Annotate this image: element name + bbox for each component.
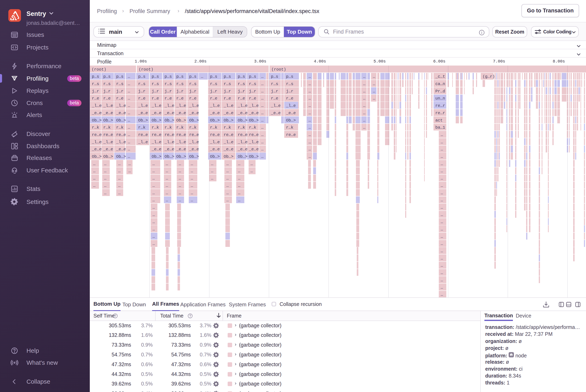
svg-text:r…e: r…e xyxy=(116,96,123,101)
svg-text:r…e: r…e xyxy=(249,96,256,101)
svg-text:…: … xyxy=(441,292,443,297)
svg-text:…: … xyxy=(441,285,443,290)
svg-text:…: … xyxy=(441,256,443,261)
svg-text:_l…e: _l…e xyxy=(238,104,248,108)
svg-text:p…s: p…s xyxy=(165,74,172,79)
svg-text:…: … xyxy=(441,147,443,152)
svg-text:_e…e: _e…e xyxy=(210,111,220,116)
svg-text:j…r: j…r xyxy=(224,89,231,94)
svg-text:Ob…>: Ob…> xyxy=(152,154,162,159)
svg-text:…: … xyxy=(191,198,193,202)
svg-text:_e…e: _e…e xyxy=(223,111,233,116)
svg-text:Ob…>: Ob…> xyxy=(238,118,248,123)
svg-text:_l…e: _l…e xyxy=(103,104,113,108)
svg-text:j…r: j…r xyxy=(165,89,172,94)
svg-text:…: … xyxy=(308,89,311,94)
svg-text:…: … xyxy=(441,263,443,268)
svg-text:_e…e: _e…e xyxy=(164,147,174,152)
svg-text:…: … xyxy=(191,191,193,196)
svg-text:…: … xyxy=(128,118,130,123)
svg-text:Ob…>: Ob…> xyxy=(92,154,102,159)
svg-text:…: … xyxy=(261,96,263,101)
svg-text:r…s: r…s xyxy=(249,82,256,86)
svg-text:re…e: re…e xyxy=(176,132,186,137)
svg-text:r…e: r…e xyxy=(286,96,293,101)
svg-text:j…r: j…r xyxy=(249,89,256,94)
svg-text:…: … xyxy=(93,184,96,188)
svg-text:…: … xyxy=(128,74,130,79)
svg-text:j…r: j…r xyxy=(271,89,278,94)
svg-text:…: … xyxy=(363,118,365,123)
svg-text:…: … xyxy=(261,140,263,144)
svg-text:…: … xyxy=(201,74,203,79)
svg-text:…: … xyxy=(152,162,155,166)
svg-text:…: … xyxy=(179,162,181,166)
svg-text:r…e: r…e xyxy=(138,96,145,101)
svg-text:…: … xyxy=(153,234,155,239)
svg-text:_l…e: _l…e xyxy=(116,104,126,108)
svg-text:p…s: p…s xyxy=(238,74,245,79)
svg-text:…: … xyxy=(441,176,443,181)
svg-text:…: … xyxy=(128,111,130,116)
svg-text:ca…n: ca…n xyxy=(435,82,445,86)
svg-text:…: … xyxy=(441,140,443,144)
svg-text:re…r: re…r xyxy=(435,104,445,108)
svg-text:p…s: p…s xyxy=(271,74,278,79)
svg-text:…: … xyxy=(308,147,311,152)
svg-text:…: … xyxy=(93,162,96,166)
svg-text:…: … xyxy=(153,242,155,246)
svg-text:_e…e: _e…e xyxy=(249,111,259,116)
svg-text:…: … xyxy=(441,198,443,202)
svg-text:…: … xyxy=(152,191,155,196)
svg-text:…: … xyxy=(211,169,213,174)
svg-text:_e…e: _e…e xyxy=(249,147,259,152)
svg-text:Ob…>: Ob…> xyxy=(210,118,220,123)
svg-text:…: … xyxy=(226,198,229,202)
svg-text:p…s: p…s xyxy=(116,74,123,79)
svg-text:…: … xyxy=(179,176,181,181)
svg-text:…: … xyxy=(261,89,263,94)
svg-text:r…k: r…k xyxy=(176,125,184,130)
svg-text:_e…e: _e…e xyxy=(238,147,248,152)
svg-text:_l…e: _l…e xyxy=(286,104,296,108)
svg-text:r…k: r…k xyxy=(103,125,111,130)
svg-text:j…r: j…r xyxy=(286,89,293,94)
svg-text:_e…e: _e…e xyxy=(103,147,113,152)
svg-text:j…r: j…r xyxy=(189,89,197,94)
svg-text:…: … xyxy=(441,154,443,159)
svg-text:…: … xyxy=(104,184,107,188)
svg-text:r…s: r…s xyxy=(92,82,99,86)
svg-text:re…e: re…e xyxy=(189,132,199,137)
svg-text:Ob…>: Ob…> xyxy=(138,118,148,123)
svg-text:…: … xyxy=(441,242,443,246)
svg-text:…: … xyxy=(166,176,168,181)
svg-text:…: … xyxy=(191,169,193,174)
svg-text:r…k: r…k xyxy=(165,125,172,130)
svg-text:_l…e: _l…e xyxy=(189,140,199,144)
svg-text:_e…e: _e…e xyxy=(223,147,233,152)
svg-text:_e…e: _e…e xyxy=(138,111,148,116)
svg-text:r…e: r…e xyxy=(165,96,172,101)
svg-text:…: … xyxy=(226,176,229,181)
svg-text:…: … xyxy=(363,125,365,130)
svg-text:_e…e: _e…e xyxy=(189,111,199,116)
svg-text:r…e: r…e xyxy=(224,96,231,101)
svg-text:r…s: r…s xyxy=(116,82,123,86)
svg-text:…: … xyxy=(238,191,240,196)
svg-text:…: … xyxy=(261,74,263,79)
svg-text:r…s: r…s xyxy=(210,82,217,86)
svg-text:j…r: j…r xyxy=(210,89,217,94)
svg-text:…: … xyxy=(153,212,155,217)
svg-text:…: … xyxy=(128,96,130,101)
svg-text:…: … xyxy=(153,227,155,232)
svg-text:Ob…>: Ob…> xyxy=(249,118,259,123)
svg-text:r…s: r…s xyxy=(103,82,111,86)
svg-text:r…e: r…e xyxy=(152,96,159,101)
svg-text:…: … xyxy=(363,89,365,94)
svg-text:…: … xyxy=(441,212,443,217)
svg-text:…: … xyxy=(118,162,121,166)
svg-text:re…e: re…e xyxy=(116,132,126,137)
svg-text:_l…e: _l…e xyxy=(249,104,259,108)
svg-text:_e…e: _e…e xyxy=(210,147,220,152)
svg-text:_l…e: _l…e xyxy=(176,104,186,108)
